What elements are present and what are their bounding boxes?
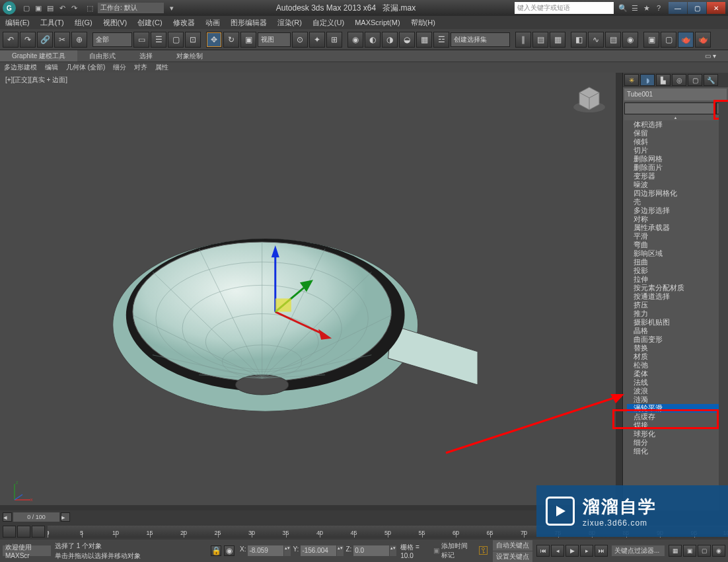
modifier-item[interactable]: 摄影机贴图 xyxy=(627,318,727,327)
manipulate-icon[interactable]: ✦ xyxy=(309,32,325,48)
timeslider-next[interactable]: ▸ xyxy=(61,512,70,522)
display-tab-icon[interactable]: ▢ xyxy=(688,74,702,86)
modifier-item[interactable]: 弯曲 xyxy=(627,241,727,249)
mirror-icon[interactable]: ∥ xyxy=(515,32,531,48)
modifier-item[interactable]: 变形器 xyxy=(627,172,727,181)
workspace-selector[interactable]: 工作台: 默认 xyxy=(98,3,164,13)
modifier-list-dropdown[interactable] xyxy=(624,102,716,114)
menu-view[interactable]: 视图(V) xyxy=(98,16,133,29)
redo-icon[interactable]: ↷ xyxy=(69,3,79,13)
selection-filter[interactable]: 全部 xyxy=(92,32,132,47)
open-icon[interactable]: ▣ xyxy=(33,3,44,13)
search-icon[interactable]: 🔍 xyxy=(618,3,628,13)
modifier-item[interactable]: 松弛 xyxy=(627,361,727,370)
motion-tab-icon[interactable]: ◎ xyxy=(672,74,686,86)
modifier-item[interactable]: 按元素分配材质 xyxy=(627,284,727,292)
modifier-item[interactable]: 按通道选择 xyxy=(627,292,727,301)
modifier-item[interactable]: 影响区域 xyxy=(627,249,727,258)
modifier-item[interactable]: 多边形选择 xyxy=(627,206,727,215)
modifier-item[interactable]: 柔体 xyxy=(627,370,727,378)
viewport-nav-1-icon[interactable]: ▦ xyxy=(669,545,682,557)
timeline-config-icon[interactable] xyxy=(3,526,16,538)
ribbon-sub-polymodel[interactable]: 多边形建模 xyxy=(0,62,41,73)
y-coord-input[interactable]: -156.004 xyxy=(301,545,336,556)
modifier-item[interactable]: 法线 xyxy=(627,378,727,387)
ref-coord-system[interactable]: 视图 xyxy=(258,32,291,47)
workspace-dropdown-icon[interactable]: ▾ xyxy=(166,3,177,13)
named-selection-sets[interactable]: 创建选择集 xyxy=(451,32,510,47)
object-name-field[interactable]: Tube001 xyxy=(624,89,727,100)
close-button[interactable]: ✕ xyxy=(707,2,725,14)
scale-icon[interactable]: ▣ xyxy=(240,32,256,48)
select-by-name-icon[interactable]: ☰ xyxy=(151,32,166,48)
create-tab-icon[interactable]: ✳ xyxy=(624,74,639,86)
ribbon-sub-geometry[interactable]: 几何体 (全部) xyxy=(62,62,109,73)
redo-button[interactable]: ↷ xyxy=(20,32,36,48)
modifier-item[interactable]: 壳 xyxy=(627,198,727,206)
modifier-list[interactable]: 体积选择保留倾斜切片删除网格删除面片变形器噪波四边形网格化壳多边形选择对称属性承… xyxy=(627,120,727,512)
z-spinner[interactable]: ▴▾ xyxy=(390,545,396,556)
modifier-item[interactable]: 细化 xyxy=(627,447,727,456)
ribbon-sub-props[interactable]: 属性 xyxy=(151,62,172,73)
bind-icon[interactable]: ⊕ xyxy=(71,32,87,48)
y-spinner[interactable]: ▴▾ xyxy=(337,545,344,556)
modifier-item[interactable]: 拉伸 xyxy=(627,275,727,284)
snap-toggle-icon[interactable]: ◉ xyxy=(347,32,363,48)
key-mode-icon[interactable]: ⚿ xyxy=(478,543,489,559)
modifier-item[interactable]: 材质 xyxy=(627,352,727,361)
time-slider[interactable]: 0 / 100 xyxy=(13,512,59,522)
save-icon[interactable]: ▤ xyxy=(45,3,55,13)
play-icon[interactable]: ▶ xyxy=(565,545,579,557)
prev-frame-icon[interactable]: ◂ xyxy=(551,545,564,557)
hierarchy-tab-icon[interactable]: ▙ xyxy=(656,74,671,86)
auto-key-button[interactable]: 自动关键点 xyxy=(493,540,532,551)
quick-render-icon[interactable]: 🫖 xyxy=(695,32,711,48)
link-icon[interactable]: 🔗 xyxy=(37,32,53,48)
workspace-icon[interactable]: ⬚ xyxy=(85,3,95,13)
minimize-button[interactable]: — xyxy=(669,2,687,14)
schematic-view-icon[interactable]: ▤ xyxy=(605,32,621,48)
ribbon-tab-paint[interactable]: 对象绘制 xyxy=(164,50,215,61)
layer-manager-icon[interactable]: ▦ xyxy=(550,32,565,48)
edged-faces-icon[interactable]: ▦ xyxy=(416,32,432,48)
menu-modifiers[interactable]: 修改器 xyxy=(168,16,200,29)
menu-maxscript[interactable]: MAXScript(M) xyxy=(349,16,405,29)
align-icon[interactable]: ▤ xyxy=(532,32,548,48)
modifier-item[interactable]: 涡轮平滑 xyxy=(627,404,727,413)
ribbon-tab-selection[interactable]: 选择 xyxy=(127,50,164,61)
angle-snap-icon[interactable]: ◐ xyxy=(365,32,381,48)
modifier-item[interactable]: 平滑 xyxy=(627,232,727,241)
viewcube[interactable] xyxy=(569,79,609,119)
viewport-scrollbar-v[interactable] xyxy=(616,73,622,505)
menu-help[interactable]: 帮助(H) xyxy=(406,16,441,29)
modifier-item[interactable]: 属性承载器 xyxy=(627,223,727,232)
ribbon-toggle-icon[interactable]: ◧ xyxy=(571,32,587,48)
undo-button[interactable]: ↶ xyxy=(3,32,18,48)
goto-start-icon[interactable]: ⏮ xyxy=(536,545,550,557)
ribbon-tab-graphite[interactable]: Graphite 建模工具 xyxy=(0,50,77,61)
menu-group[interactable]: 组(G) xyxy=(69,16,98,29)
modifier-item[interactable]: 替换 xyxy=(627,344,727,352)
modifier-item[interactable]: 体积选择 xyxy=(627,120,727,129)
viewport-label[interactable]: [+][正交][真实 + 边面] xyxy=(5,75,67,85)
modifier-item[interactable]: 四边形网格化 xyxy=(627,189,727,198)
modifier-item[interactable]: 对称 xyxy=(627,215,727,223)
ribbon-sub-edit[interactable]: 编辑 xyxy=(41,62,62,73)
modifier-item[interactable]: 涟漪 xyxy=(627,395,727,404)
keyboard-shortcut-icon[interactable]: ⊞ xyxy=(326,32,342,48)
named-selection-icon[interactable]: ☲ xyxy=(433,32,449,48)
menu-rendering[interactable]: 渲染(R) xyxy=(272,16,307,29)
modifier-item[interactable]: 倾斜 xyxy=(627,138,727,146)
viewport-nav-4-icon[interactable]: ◉ xyxy=(712,545,725,557)
modifier-item[interactable]: 细分 xyxy=(627,438,727,447)
material-editor-icon[interactable]: ◉ xyxy=(622,32,638,48)
modifier-item[interactable]: 推力 xyxy=(627,309,727,318)
x-spinner[interactable]: ▴▾ xyxy=(284,545,291,556)
maximize-button[interactable]: ▢ xyxy=(688,2,706,14)
modifier-item[interactable]: 删除网格 xyxy=(627,155,727,163)
pivot-icon[interactable]: ⊙ xyxy=(292,32,308,48)
modifier-item[interactable]: 焊接 xyxy=(627,421,727,430)
isolate-icon[interactable]: ◉ xyxy=(224,545,235,556)
modifier-item[interactable]: 球形化 xyxy=(627,430,727,438)
viewport[interactable]: [+][正交][真实 + 边面] z x xyxy=(0,73,622,512)
